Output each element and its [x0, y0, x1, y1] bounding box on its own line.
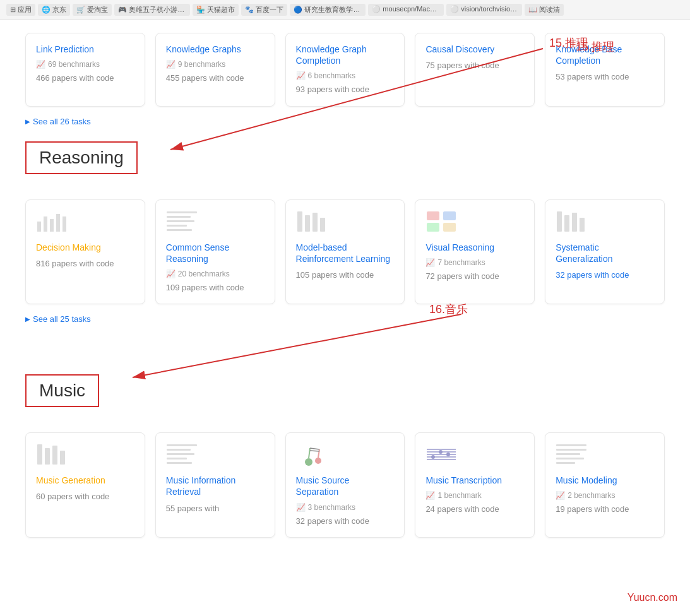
svg-point-49 [439, 450, 443, 454]
tab-github2[interactable]: ⚪ vision/torchvision... [446, 4, 522, 16]
card-decision-making[interactable]: Decision Making 816 papers with code [25, 199, 145, 305]
card-systematic-generalization[interactable]: Systematic Generalization 32 papers with… [545, 199, 665, 305]
svg-line-39 [309, 448, 310, 458]
card-music-source-separation[interactable]: Music Source Separation 📈 3 benchmarks 3… [285, 432, 405, 538]
svg-rect-8 [167, 211, 197, 213]
svg-line-42 [310, 451, 319, 451]
svg-rect-13 [297, 211, 302, 232]
chart-icon: 📈 [556, 491, 565, 500]
svg-rect-29 [45, 448, 50, 465]
svg-rect-5 [50, 219, 54, 232]
card-papers: 32 papers with code [556, 270, 654, 281]
music-generation-icon [36, 443, 68, 468]
svg-rect-28 [37, 444, 42, 465]
reasoning-title: Reasoning [25, 141, 138, 174]
card-papers: 455 papers with code [166, 73, 265, 84]
card-title: Knowledge Graph Completion [296, 44, 395, 66]
reasoning-cards-row: Decision Making 816 papers with code Com… [25, 199, 665, 305]
card-papers: 55 papers with [166, 503, 265, 514]
card-link-prediction[interactable]: Link Prediction 📈 69 benchmarks 466 pape… [25, 33, 145, 107]
svg-rect-3 [37, 222, 41, 232]
card-title: Decision Making [36, 242, 134, 253]
svg-rect-22 [564, 215, 569, 232]
svg-rect-6 [56, 214, 60, 232]
reasoning-section-header: Reasoning [25, 141, 665, 187]
tab-apps[interactable]: ⊞ 应用 [6, 4, 35, 16]
card-music-modeling[interactable]: Music Modeling 📈 2 benchmarks 19 papers … [545, 432, 665, 538]
card-benchmarks: 📈 1 benchmark [425, 491, 524, 500]
svg-rect-24 [580, 218, 585, 232]
chart-icon: 📈 [36, 60, 45, 69]
card-title: Music Source Separation [296, 475, 395, 497]
card-title: Knowledge Graphs [166, 44, 265, 55]
card-papers: 109 papers with code [166, 282, 265, 293]
card-title: Knowledge Base Completion [556, 44, 654, 66]
card-title: Music Generation [36, 475, 134, 486]
svg-rect-17 [427, 211, 439, 220]
card-title: Music Information Retrieval [166, 475, 265, 497]
card-title: Systematic Generalization [556, 242, 654, 264]
tab-taobao[interactable]: 🛒 爱淘宝 [73, 4, 112, 16]
chart-icon: 📈 [425, 491, 435, 500]
chart-icon: 📈 [166, 270, 175, 278]
browser-bar: ⊞ 应用 🌐 京东 🛒 爱淘宝 🎮 奥维五子棋小游戏... 🏪 天猫超市 🐾 百… [0, 0, 690, 20]
card-title: Common Sense Reasoning [166, 242, 265, 264]
music-information-icon [166, 443, 198, 468]
card-knowledge-graph-completion[interactable]: Knowledge Graph Completion 📈 6 benchmark… [285, 33, 405, 107]
card-papers: 72 papers with code [425, 271, 524, 282]
tab-read[interactable]: 📖 阅读清 [525, 4, 564, 16]
svg-rect-7 [62, 216, 66, 232]
common-sense-icon [166, 210, 198, 235]
card-papers: 24 papers with code [425, 504, 524, 515]
card-music-information-retrieval[interactable]: Music Information Retrieval 55 papers wi… [155, 432, 275, 538]
svg-rect-51 [556, 444, 586, 446]
see-all-25-link[interactable]: See all 25 tasks [25, 314, 665, 324]
svg-rect-30 [52, 446, 57, 465]
tab-tmall[interactable]: 🏪 天猫超市 [193, 4, 239, 16]
svg-rect-36 [167, 462, 192, 464]
svg-rect-14 [305, 215, 310, 232]
card-model-based-rl[interactable]: Model-based Reinforcement Learning 105 p… [285, 199, 405, 305]
svg-line-40 [318, 449, 319, 458]
card-common-sense-reasoning[interactable]: Common Sense Reasoning 📈 20 benchmarks 1… [155, 199, 275, 305]
see-all-25-area: See all 25 tasks 16.音乐 [25, 314, 665, 324]
svg-rect-10 [167, 220, 194, 222]
svg-rect-32 [167, 444, 197, 446]
tab-github1[interactable]: ⚪ mousecpn/Machi... [368, 4, 444, 16]
music-section-header: Music [25, 374, 665, 420]
svg-rect-18 [443, 211, 456, 220]
tab-edu[interactable]: 🔵 研究生教育教学管... [290, 4, 366, 16]
music-modeling-icon [556, 443, 587, 468]
decision-making-icon [36, 210, 68, 235]
card-music-generation[interactable]: Music Generation 60 papers with code [25, 432, 145, 538]
svg-rect-31 [60, 451, 65, 465]
tab-game[interactable]: 🎮 奥维五子棋小游戏... [114, 4, 190, 16]
card-music-transcription[interactable]: Music Transcription 📈 1 benchmark 24 pap… [415, 432, 535, 538]
svg-line-41 [310, 448, 319, 449]
card-title: Visual Reasoning [425, 242, 524, 253]
card-papers: 53 papers with code [556, 71, 654, 83]
tab-baidu[interactable]: 🐾 百度一下 [241, 4, 287, 16]
card-benchmarks: 📈 6 benchmarks [296, 71, 395, 80]
card-title: Model-based Reinforcement Learning [296, 242, 395, 264]
svg-rect-54 [556, 458, 584, 459]
card-benchmarks: 📈 69 benchmarks [36, 60, 134, 69]
tab-jd[interactable]: 🌐 京东 [38, 4, 70, 16]
card-papers: 60 papers with code [36, 491, 134, 502]
svg-point-37 [305, 458, 312, 466]
music-title: Music [25, 374, 99, 407]
card-title: Causal Discovery [425, 44, 524, 55]
card-papers: 19 papers with code [556, 504, 654, 515]
card-papers: 32 papers with code [296, 516, 395, 527]
card-knowledge-graphs[interactable]: Knowledge Graphs 📈 9 benchmarks 455 pape… [155, 33, 275, 107]
svg-rect-15 [312, 213, 318, 232]
svg-rect-52 [556, 449, 586, 451]
chart-icon: 📈 [425, 258, 435, 267]
card-causal-discovery[interactable]: Causal Discovery 75 papers with code [415, 33, 535, 107]
card-visual-reasoning[interactable]: Visual Reasoning 📈 7 benchmarks 72 paper… [415, 199, 535, 305]
svg-point-38 [315, 458, 321, 464]
see-all-26-link[interactable]: See all 26 tasks [25, 117, 665, 126]
svg-rect-16 [320, 218, 325, 232]
svg-rect-9 [167, 216, 191, 218]
card-knowledge-base-completion[interactable]: Knowledge Base Completion 53 papers with… [545, 33, 665, 107]
